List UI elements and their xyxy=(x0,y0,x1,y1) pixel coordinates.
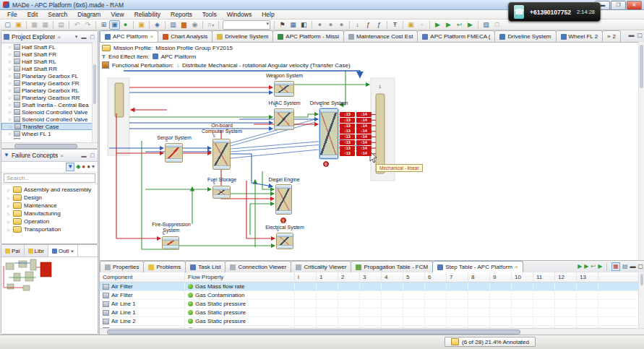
open-model-icon[interactable]: ▣ xyxy=(136,20,147,30)
tab-driveline-system[interactable]: Driveline System xyxy=(494,30,556,42)
chart-analysis-icon[interactable]: ▆ xyxy=(179,20,189,30)
record-icon[interactable]: ● xyxy=(120,20,131,30)
palette-tab-pal[interactable]: Pal xyxy=(1,245,25,257)
menu-file[interactable]: File xyxy=(2,11,22,18)
tree-item-wheel-fl-2[interactable]: ▷Wheel FL 2 xyxy=(1,137,98,139)
step-cell[interactable] xyxy=(295,300,317,308)
flow-badge[interactable]: ↓13 xyxy=(340,124,355,129)
expand-icon[interactable]: ▷ xyxy=(9,139,12,139)
step-cell[interactable] xyxy=(533,291,555,299)
step-cell[interactable] xyxy=(295,317,317,325)
step-cell[interactable] xyxy=(512,291,533,299)
expand-icon[interactable]: ▷ xyxy=(9,59,12,64)
expand-icon[interactable]: ▷ xyxy=(7,212,11,216)
tab-wheel-fl-2[interactable]: Wheel FL 2 xyxy=(556,30,604,42)
step-cell[interactable] xyxy=(577,300,598,308)
state-c-icon[interactable]: ● xyxy=(336,20,347,30)
table-row[interactable]: Air Line 1Gas Static pressure xyxy=(100,309,639,317)
tab-criticality-viewer[interactable]: Criticality Viewer xyxy=(291,261,351,272)
tree-item-wheel-fl-1[interactable]: ▷Wheel FL 1 xyxy=(1,130,98,137)
menu-help[interactable]: Help xyxy=(257,11,279,18)
step-cell[interactable] xyxy=(425,317,447,325)
step-cell[interactable] xyxy=(382,291,403,299)
end-effect-value[interactable]: APC Platform xyxy=(161,53,196,60)
expand-icon[interactable]: ▷ xyxy=(9,117,12,121)
expand-icon[interactable]: ▷ xyxy=(9,103,12,107)
project-explorer-hscrollbar[interactable] xyxy=(1,142,98,148)
step-cell[interactable] xyxy=(425,291,447,299)
step-cell[interactable] xyxy=(490,317,512,325)
column-header-1[interactable]: 1 xyxy=(317,272,338,282)
menu-edit[interactable]: Edit xyxy=(22,11,43,18)
step-cell[interactable] xyxy=(338,300,360,308)
close-window-button[interactable]: ✕ xyxy=(627,1,642,10)
image-layout-icon[interactable]: ▣ xyxy=(109,20,120,30)
table-vscrollbar[interactable] xyxy=(638,272,644,329)
top-align-icon[interactable]: Ŧ xyxy=(390,20,400,30)
view-menu-icon[interactable]: ▾ xyxy=(74,34,79,40)
palette-tab-outl[interactable]: Outl× xyxy=(48,245,78,257)
menu-windows[interactable]: Windows xyxy=(222,11,257,18)
step-cell[interactable] xyxy=(555,283,577,290)
step-cell[interactable] xyxy=(577,283,598,290)
step-cell[interactable] xyxy=(317,283,338,290)
remove-concept-icon[interactable]: ● xyxy=(82,163,85,171)
tree-item-transfer-case[interactable]: ▷Transfer Case xyxy=(1,123,98,130)
step-cell[interactable] xyxy=(295,309,317,316)
tree-item-half-shaft-fl[interactable]: ▷Half Shaft FL xyxy=(1,43,98,51)
run-error-icon[interactable]: ▶ xyxy=(465,20,476,30)
step-cell[interactable] xyxy=(317,317,338,325)
user-profile-icon[interactable]: ◉ xyxy=(189,20,200,30)
tab-apc-platform[interactable]: APC Platform× xyxy=(100,30,158,42)
tab-connection-viewer[interactable]: Connection Viewer xyxy=(225,261,291,272)
zoom-tool-icon[interactable]: ○▾ xyxy=(205,20,216,30)
step-cell[interactable] xyxy=(447,317,468,325)
expand-icon[interactable]: ▷ xyxy=(9,95,12,100)
tree-item-planetary-gearbox-fl[interactable]: ▷Planetary Gearbox FL xyxy=(1,72,98,79)
tree-item-half-shaft-rl[interactable]: ▷Half Shaft RL xyxy=(1,58,98,65)
tab-apc-platform-missi[interactable]: APC Platform - Missi xyxy=(272,30,344,42)
state-b-icon[interactable]: ● xyxy=(325,20,336,30)
table-row[interactable]: Air FilterGas Contamination xyxy=(100,291,639,300)
step-cell[interactable] xyxy=(403,283,425,290)
function-f-icon[interactable]: ƒ xyxy=(363,20,374,30)
step-cell[interactable] xyxy=(468,317,490,325)
flag-marker-icon[interactable]: ⚑ xyxy=(277,20,288,30)
driveline-flow-badges[interactable]: ↓13↓14↓13↓14↓13↓14↓13↓14↑13↑14↑13↑14↑13↑… xyxy=(340,112,372,157)
table-row[interactable]: Air Line 2Gas Static pressure xyxy=(100,317,639,326)
minimize-view-icon[interactable]: ▬ xyxy=(80,35,87,40)
flow-badge[interactable]: ↓14 xyxy=(356,124,372,129)
step-cell[interactable] xyxy=(490,291,512,299)
step-cell[interactable] xyxy=(555,317,577,325)
project-explorer-header[interactable]: Project Explorer × ▾ ▬ ▢ xyxy=(1,31,98,43)
table-row[interactable]: Air Line 1Gas Static pressure xyxy=(100,300,639,309)
matrix-view-icon[interactable]: ▦ xyxy=(611,262,620,271)
step-cell[interactable] xyxy=(338,283,360,290)
palette-tab-libr[interactable]: Libr xyxy=(25,245,48,257)
expand-icon[interactable]: ▷ xyxy=(9,52,12,56)
new-table-icon[interactable]: ▧ xyxy=(481,20,491,30)
step-cell[interactable] xyxy=(555,309,577,316)
step-cell[interactable] xyxy=(533,309,555,316)
step-cell[interactable] xyxy=(382,300,403,308)
flow-badge[interactable]: ↑14 xyxy=(356,140,372,145)
step-cell[interactable] xyxy=(317,300,338,308)
maximize-panel-icon[interactable]: ▢ xyxy=(637,263,643,270)
expand-icon[interactable]: ▷ xyxy=(7,228,11,232)
step-back-icon[interactable]: ↩ xyxy=(591,263,596,270)
flow-badge[interactable]: ↑13 xyxy=(340,140,355,145)
step-cell[interactable] xyxy=(403,300,425,308)
add-concept-icon[interactable]: ◆ xyxy=(76,163,80,171)
step-cell[interactable] xyxy=(555,300,577,308)
minimize-editor-icon[interactable]: ▬ xyxy=(628,32,634,38)
node-block-onboard-computer-system[interactable]: ⇅ xyxy=(212,139,231,170)
step-cell[interactable] xyxy=(512,309,533,316)
flow-badge[interactable]: ↓13 xyxy=(340,118,355,123)
tree-layout-icon[interactable]: ⊞ xyxy=(98,20,109,30)
step-cell[interactable] xyxy=(338,309,360,316)
tree-item-planetary-gearbox-rl[interactable]: ▷Planetary Gearbox RL xyxy=(1,87,98,94)
filter-icon[interactable]: ▼ xyxy=(66,163,74,171)
compare-view-icon[interactable]: ◧ xyxy=(299,20,309,30)
concept-folder-maintenance[interactable]: ▷Maintenance xyxy=(1,202,98,210)
maximize-view-icon[interactable]: ▢ xyxy=(89,152,95,158)
